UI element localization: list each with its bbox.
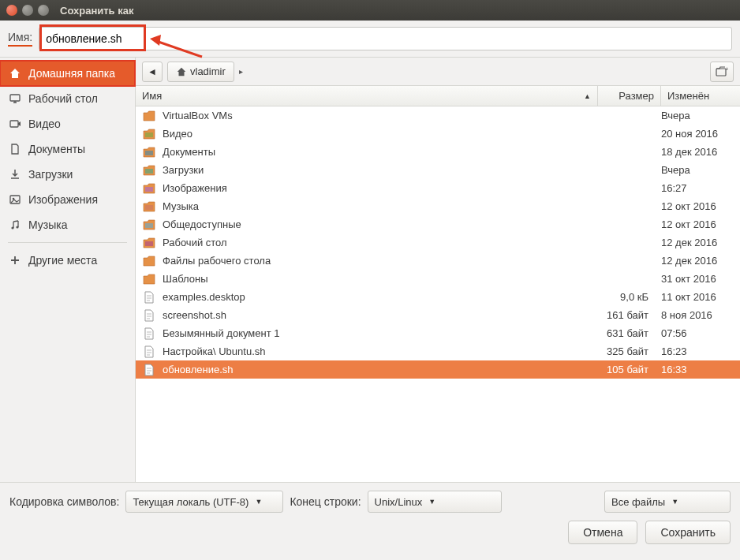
breadcrumb-label: vladimir: [190, 65, 226, 77]
home-icon: [176, 66, 187, 77]
new-folder-button[interactable]: +: [710, 62, 734, 82]
file-row[interactable]: Документы18 дек 2016: [136, 143, 740, 161]
file-name: Загрузки: [163, 164, 592, 176]
filename-row: Имя:: [0, 21, 740, 57]
file-modified: 16:23: [655, 345, 734, 357]
file-name: Документы: [163, 146, 592, 158]
save-button[interactable]: Сохранить: [645, 521, 731, 544]
svg-rect-11: [145, 187, 153, 192]
file-name: Файлы рабочего стола: [163, 255, 592, 267]
minimize-icon[interactable]: [22, 5, 33, 16]
file-row[interactable]: Шаблоны31 окт 2016: [136, 270, 740, 288]
sidebar-item-label: Документы: [28, 143, 85, 155]
file-modified: 20 ноя 2016: [655, 128, 734, 140]
file-name: examples.desktop: [163, 291, 592, 303]
file-row[interactable]: Видео20 ноя 2016: [136, 125, 740, 143]
file-modified: Вчера: [655, 164, 734, 176]
sidebar-item[interactable]: Видео: [0, 111, 135, 136]
file-name: Шаблоны: [163, 273, 592, 285]
pathbar: ◄ vladimir ▸ +: [136, 58, 740, 86]
file-name: Видео: [163, 128, 592, 140]
document-icon: [8, 142, 22, 156]
chevron-down-icon: ▼: [428, 498, 435, 506]
file-row[interactable]: Безымянный документ 1631 байт07:56: [136, 324, 740, 342]
file-modified: 12 окт 2016: [655, 200, 734, 212]
sidebar-item[interactable]: Загрузки: [0, 162, 135, 187]
file-modified: 31 окт 2016: [655, 273, 734, 285]
file-row[interactable]: Рабочий стол12 дек 2016: [136, 233, 740, 252]
sidebar-item-label: Домашняя папка: [28, 67, 115, 80]
file-row[interactable]: VirtualBox VMsВчера: [136, 106, 740, 125]
encoding-combo[interactable]: Текущая локаль (UTF-8)▼: [125, 491, 283, 513]
filter-combo[interactable]: Все файлы▼: [604, 491, 731, 513]
image-icon: [8, 192, 22, 207]
file-modified: 16:27: [655, 182, 734, 194]
file-icon: [142, 327, 156, 341]
sidebar-item-label: Загрузки: [28, 168, 73, 181]
cancel-button[interactable]: Отмена: [568, 521, 637, 544]
file-name: Общедоступные: [163, 218, 592, 230]
sidebar-item-label: Видео: [28, 118, 61, 130]
lineend-combo[interactable]: Unix/Linux▼: [368, 491, 502, 513]
header-name[interactable]: Имя▲: [136, 86, 598, 106]
file-row[interactable]: Музыка12 окт 2016: [136, 197, 740, 215]
file-name: VirtualBox VMs: [163, 110, 592, 121]
sidebar-item[interactable]: Изображения: [0, 187, 135, 212]
titlebar: Сохранить как: [0, 0, 740, 21]
file-row[interactable]: examples.desktop9,0 кБ11 окт 2016: [136, 288, 740, 306]
file-row[interactable]: ЗагрузкиВчера: [136, 161, 740, 179]
breadcrumb-home[interactable]: vladimir: [167, 62, 234, 82]
filename-input[interactable]: [39, 27, 732, 50]
file-icon: [142, 345, 156, 359]
file-size: 325 байт: [592, 345, 655, 357]
file-row[interactable]: screenshot.sh161 байт8 ноя 2016: [136, 306, 740, 324]
file-name: Настройка\ Ubuntu.sh: [163, 345, 592, 357]
file-name: Рабочий стол: [163, 237, 592, 248]
file-size: 105 байт: [592, 364, 655, 375]
file-row[interactable]: Файлы рабочего стола12 дек 2016: [136, 252, 740, 270]
svg-rect-1: [10, 121, 18, 127]
folder-icon: [142, 109, 156, 123]
folder-desktop-icon: [142, 236, 156, 250]
sidebar-item[interactable]: Документы: [0, 136, 135, 162]
file-row[interactable]: Изображения16:27: [136, 179, 740, 197]
sidebar-item[interactable]: Рабочий стол: [0, 86, 135, 111]
file-row[interactable]: обновление.sh105 байт16:33: [136, 360, 740, 379]
header-modified[interactable]: Изменён: [661, 86, 740, 106]
encoding-label: Кодировка символов:: [9, 495, 119, 508]
svg-rect-9: [145, 151, 153, 155]
svg-text:+: +: [725, 66, 728, 73]
file-modified: 18 дек 2016: [655, 146, 734, 158]
bottom-panel: Кодировка символов: Текущая локаль (UTF-…: [0, 483, 740, 552]
breadcrumb-next[interactable]: ▸: [234, 62, 249, 82]
desktop-icon: [8, 91, 22, 106]
file-name: Безымянный документ 1: [163, 327, 592, 339]
maximize-icon[interactable]: [38, 5, 49, 16]
sidebar-item-label: Музыка: [28, 218, 68, 231]
file-name: screenshot.sh: [163, 309, 592, 321]
file-icon: [142, 363, 156, 377]
back-button[interactable]: ◄: [142, 62, 163, 82]
file-size: 9,0 кБ: [592, 291, 655, 303]
download-icon: [8, 167, 22, 181]
folder-icon: [142, 272, 156, 286]
file-row[interactable]: Общедоступные12 окт 2016: [136, 215, 740, 233]
svg-point-4: [11, 226, 13, 229]
folder-dl-icon: [142, 163, 156, 177]
sidebar-item[interactable]: Домашняя папка: [0, 61, 135, 86]
folder-doc-icon: [142, 145, 156, 159]
new-folder-icon: +: [716, 66, 728, 77]
window-title: Сохранить как: [60, 5, 133, 17]
close-icon[interactable]: [6, 5, 17, 16]
sidebar-other-places[interactable]: Другие места: [0, 248, 135, 273]
file-row[interactable]: Настройка\ Ubuntu.sh325 байт16:23: [136, 342, 740, 360]
header-size[interactable]: Размер: [598, 86, 661, 106]
svg-point-5: [16, 226, 18, 228]
file-modified: 07:56: [655, 327, 734, 339]
sidebar-item[interactable]: Музыка: [0, 212, 135, 237]
folder-video-icon: [142, 127, 156, 141]
folder-img-icon: [142, 181, 156, 196]
sidebar: Домашняя папкаРабочий столВидеоДокументы…: [0, 58, 136, 482]
file-modified: 12 дек 2016: [655, 255, 734, 267]
file-size: 631 байт: [592, 327, 655, 339]
